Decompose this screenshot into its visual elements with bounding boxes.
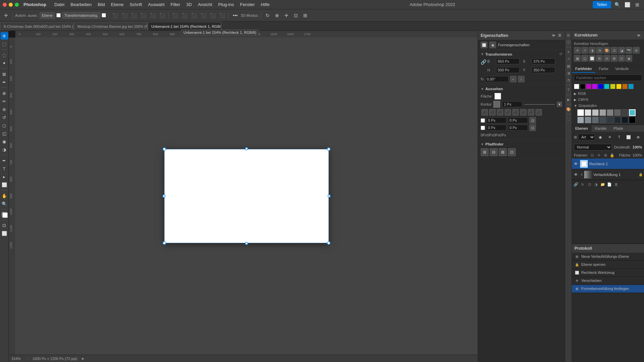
marquee-tool[interactable]: ⬚: [1, 40, 8, 48]
tab-farbfelder[interactable]: Farbfelder: [572, 65, 595, 73]
filter-text-icon[interactable]: T: [615, 133, 623, 141]
menu-filter[interactable]: Filter: [168, 1, 183, 8]
clone-stamp-tool[interactable]: ⊛: [1, 106, 8, 113]
layer-mask-icon[interactable]: ⊡: [587, 182, 592, 187]
magic-wand-tool[interactable]: ✦: [1, 59, 8, 67]
tab-1[interactable]: 8-Christmas-Sale-800x600.psd bei 154% (R…: [0, 22, 74, 31]
gs-swatch-10[interactable]: [585, 117, 591, 123]
distribute-right-icon[interactable]: ⬛: [190, 11, 198, 19]
menu-3d[interactable]: 3D: [183, 1, 195, 8]
healing-brush-tool[interactable]: ⊕: [1, 89, 8, 97]
fix-all-icon[interactable]: 🔒: [609, 153, 615, 158]
tab-farbe[interactable]: Farbe: [595, 65, 612, 73]
menu-schrift[interactable]: Schrift: [127, 1, 145, 8]
chain-link-icon[interactable]: 🔗: [481, 59, 486, 65]
blend-mode-select[interactable]: Normal: [574, 144, 612, 150]
canvas-area[interactable]: 0 100 200 300 400 500 600 700 800 900 10…: [9, 31, 478, 362]
protokoll-header[interactable]: Protokoll: [572, 244, 644, 253]
flip-h-icon[interactable]: ↔: [510, 76, 517, 82]
fix-pixels-icon[interactable]: ⊡: [589, 153, 595, 158]
align-center-icon[interactable]: ⬛: [489, 109, 496, 116]
strip-brightness-icon[interactable]: ☀: [566, 49, 572, 55]
prot-item-0[interactable]: ⊞ Neue Verlaufsfüllungs-Ebene: [572, 253, 644, 261]
handle-top-right[interactable]: [327, 147, 330, 151]
korr-solid-icon[interactable]: ⬜: [589, 55, 595, 62]
gs-swatch-4[interactable]: [599, 109, 606, 116]
korr-exposure-icon[interactable]: ◑: [589, 47, 595, 54]
layer-rechteck1[interactable]: 👁 Rechteck 1: [572, 159, 644, 169]
korr-vibrance-icon[interactable]: ◔: [596, 47, 603, 54]
swatch-orange[interactable]: [622, 84, 628, 89]
filter-smart-icon[interactable]: ⊕: [634, 133, 642, 141]
menu-datei[interactable]: Datei: [52, 1, 67, 8]
status-arrow[interactable]: ▶: [82, 357, 85, 360]
x-input[interactable]: [532, 58, 555, 64]
kontur-style-icon[interactable]: ▼: [557, 102, 562, 107]
strip-play-icon[interactable]: ▶: [566, 97, 572, 103]
tab-pfade[interactable]: Pfade: [610, 125, 627, 132]
shape-tool[interactable]: ⬜: [1, 181, 8, 188]
menu-ebene[interactable]: Ebene: [108, 1, 126, 8]
layer-new-icon[interactable]: 📄: [607, 182, 612, 187]
korr-posterize-icon[interactable]: ⊠: [611, 55, 618, 62]
strip-info-icon[interactable]: ⓘ: [566, 39, 572, 45]
gs-swatch-6[interactable]: [614, 109, 621, 116]
prot-item-3[interactable]: ✛ Verschieben: [572, 277, 644, 285]
transformieren-reset[interactable]: ↺: [559, 52, 562, 56]
korrekturen-expand-icon[interactable]: ≫: [636, 33, 641, 38]
transformieren-header[interactable]: ▼ Transformieren ↺: [481, 52, 562, 56]
flip-v-icon[interactable]: ↕: [518, 76, 525, 82]
pfad-exclude-icon[interactable]: ⊡: [508, 148, 516, 156]
rotation-input[interactable]: [485, 76, 508, 82]
gs-swatch-12[interactable]: [599, 117, 606, 123]
gs-swatch-16[interactable]: [629, 117, 636, 123]
strip-ebenen-icon[interactable]: ⬚: [566, 116, 572, 122]
korr-bw-icon[interactable]: ◪: [618, 47, 625, 54]
screen-mode[interactable]: ⬜: [1, 230, 8, 237]
properties-menu-icon[interactable]: ☰: [557, 33, 562, 38]
move-tool[interactable]: ✛: [1, 32, 8, 40]
auto-select-checkbox[interactable]: [56, 13, 61, 17]
search-input[interactable]: [574, 74, 642, 81]
zoom-tool[interactable]: 🔍: [1, 200, 8, 207]
gs-swatch-13[interactable]: [607, 117, 613, 123]
text-tool[interactable]: T: [1, 165, 8, 172]
fix-artboard-icon[interactable]: ⊞: [603, 153, 608, 158]
strip-hue-icon[interactable]: ◔: [566, 77, 572, 83]
blur-tool[interactable]: ◉: [1, 138, 8, 145]
padding-check-2[interactable]: [481, 126, 485, 130]
distribute-top-icon[interactable]: ⬛: [199, 11, 207, 19]
prot-item-1[interactable]: 🔒 Ebene sperren: [572, 261, 644, 269]
lasso-tool[interactable]: ◌: [1, 51, 8, 59]
handle-top-left[interactable]: [163, 147, 166, 151]
korr-gradient-icon[interactable]: ◱: [581, 55, 588, 62]
eraser-tool[interactable]: ◻: [1, 122, 8, 129]
3d-rotate-icon[interactable]: ↻: [264, 11, 272, 19]
h-input[interactable]: [496, 67, 520, 73]
handle-mid-left[interactable]: [163, 195, 165, 197]
brush-tool[interactable]: ✏: [1, 98, 8, 105]
menu-hilfe[interactable]: Hilfe: [258, 1, 272, 8]
gs-swatch-11[interactable]: [592, 117, 599, 123]
korr-selcolor-icon[interactable]: ◉: [626, 55, 632, 62]
prot-item-2[interactable]: ⬜ Rechteck-Werkzeug: [572, 269, 644, 277]
align-center-h-icon[interactable]: ⬛: [120, 11, 128, 19]
swatch-yellow-green[interactable]: [610, 84, 615, 89]
korr-levels-icon[interactable]: ▦: [574, 55, 581, 62]
move-tool-icon[interactable]: ✛: [2, 11, 10, 19]
search-icon[interactable]: 🔍: [613, 1, 621, 9]
menu-ansicht[interactable]: Ansicht: [195, 1, 215, 8]
y-input[interactable]: [532, 67, 555, 73]
prop-form-icon[interactable]: ◉: [489, 42, 496, 48]
pen-tool[interactable]: ✒: [1, 157, 8, 164]
fix-move-icon[interactable]: ✛: [596, 153, 601, 158]
korr-hue-icon[interactable]: 🎨: [603, 47, 610, 54]
flaeche-value[interactable]: 100%: [633, 153, 642, 157]
workspace-icon[interactable]: ⊞: [633, 1, 641, 9]
pfad-union-icon[interactable]: ⊞: [481, 148, 489, 156]
auto-select-dropdown[interactable]: Ebene: [40, 12, 55, 19]
quick-mask-mode[interactable]: ⊡: [1, 222, 8, 229]
korr-invert-icon[interactable]: ⊟: [603, 55, 610, 62]
pfadfinder-header[interactable]: ▼ Pfadfinder: [481, 142, 562, 146]
padding-input-1[interactable]: [486, 117, 506, 123]
